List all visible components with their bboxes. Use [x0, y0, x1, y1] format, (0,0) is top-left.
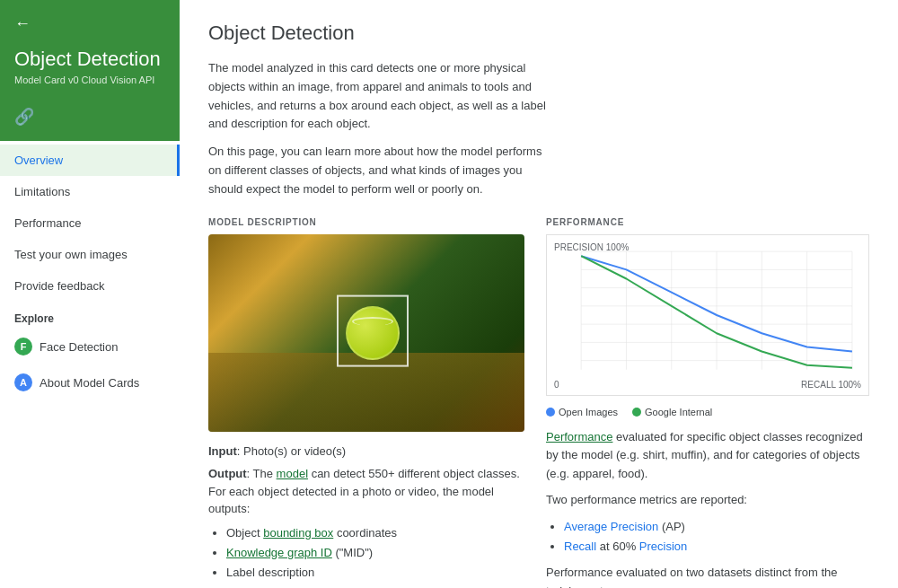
sidebar-title: Object Detection	[14, 48, 165, 71]
about-label: About Model Cards	[40, 376, 139, 390]
recall-link[interactable]: Recall	[564, 540, 596, 553]
intro-paragraph-2: On this page, you can learn more about h…	[208, 143, 550, 198]
output-label: Output	[208, 467, 247, 480]
nav-item-performance[interactable]: Performance	[0, 207, 180, 239]
two-metrics-text: Two performance metrics are reported:	[546, 491, 869, 510]
avg-precision-link[interactable]: Average Precision	[564, 520, 658, 533]
main-content: Object Detection The model analyzed in t…	[180, 0, 898, 588]
chart-y-label: PRECISION 100%	[554, 242, 629, 252]
sidebar-subtitle: Model Card v0 Cloud Vision API	[14, 75, 165, 85]
output-line: Output: The model can detect 550+ differ…	[208, 465, 524, 518]
bullet-label: Label description	[226, 563, 524, 583]
page-title: Object Detection	[208, 22, 869, 45]
right-column: PERFORMANCE PRECISION 100%	[546, 217, 869, 588]
output-prefix: : The	[247, 467, 277, 480]
link-icon[interactable]: 🔗	[0, 100, 180, 141]
two-column-layout: MODEL DESCRIPTION Input: Photo(s) or vid…	[208, 217, 869, 588]
detection-box	[337, 294, 409, 366]
nav-item-feedback[interactable]: Provide feedback	[0, 270, 180, 302]
chart-legend: Open Images Google Internal	[546, 407, 869, 417]
sidebar-nav: Overview Limitations Performance Test yo…	[0, 141, 180, 588]
performance-chart: PRECISION 100%	[546, 234, 869, 396]
metric-ap: Average Precision (AP)	[564, 517, 869, 537]
knowledge-graph-link[interactable]: Knowledge graph ID	[226, 546, 332, 559]
precision-link[interactable]: Precision	[639, 540, 687, 553]
nav-item-face-detection[interactable]: F Face Detection	[0, 329, 180, 364]
input-line: Input: Photo(s) or video(s)	[208, 443, 524, 461]
model-desc-label: MODEL DESCRIPTION	[208, 217, 524, 227]
chart-svg	[554, 242, 861, 388]
input-text: : Photo(s) or video(s)	[237, 444, 346, 458]
face-detection-label: Face Detection	[40, 340, 118, 354]
explore-label: Explore	[0, 302, 180, 329]
face-detection-icon: F	[14, 338, 32, 355]
nav-item-test[interactable]: Test your own images	[0, 239, 180, 270]
legend-dot-google-internal	[632, 408, 641, 417]
legend-google-internal: Google Internal	[632, 407, 712, 417]
sidebar: ← Object Detection Model Card v0 Cloud V…	[0, 0, 180, 588]
intro-paragraph-1: The model analyzed in this card detects …	[208, 59, 550, 134]
nav-item-about[interactable]: A About Model Cards	[0, 364, 180, 400]
performance-link[interactable]: Performance	[546, 430, 612, 443]
perf-text-1: Performance evaluated for specific objec…	[546, 428, 869, 484]
left-column: MODEL DESCRIPTION Input: Photo(s) or vid…	[208, 217, 524, 588]
bullet-bounding-box: Object bounding box coordinates	[226, 523, 524, 543]
output-model-link[interactable]: model	[277, 467, 308, 480]
legend-dot-open-images	[546, 408, 555, 417]
input-label: Input	[208, 444, 237, 458]
bounding-box-link[interactable]: bounding box	[263, 526, 333, 540]
legend-open-images: Open Images	[546, 407, 618, 417]
sidebar-title-area: Object Detection Model Card v0 Cloud Vis…	[0, 40, 180, 100]
legend-label-google-internal: Google Internal	[645, 407, 712, 417]
bullet-confidence: Confidence score	[226, 583, 524, 588]
model-image	[208, 234, 524, 432]
eval-text: Performance evaluated on two datasets di…	[546, 564, 869, 588]
about-icon: A	[14, 373, 32, 391]
performance-label: PERFORMANCE	[546, 217, 869, 227]
output-bullets: Object bounding box coordinates Knowledg…	[208, 523, 524, 588]
chart-x-label-right: RECALL 100%	[801, 380, 861, 390]
metrics-list: Average Precision (AP) Recall at 60% Pre…	[546, 517, 869, 557]
nav-item-overview[interactable]: Overview	[0, 145, 180, 176]
bullet-knowledge-graph: Knowledge graph ID ("MID")	[226, 543, 524, 563]
metric-recall: Recall at 60% Precision	[564, 537, 869, 557]
nav-item-limitations[interactable]: Limitations	[0, 176, 180, 207]
legend-label-open-images: Open Images	[559, 407, 618, 417]
chart-x-label-left: 0	[554, 380, 559, 390]
back-button[interactable]: ←	[0, 0, 180, 40]
